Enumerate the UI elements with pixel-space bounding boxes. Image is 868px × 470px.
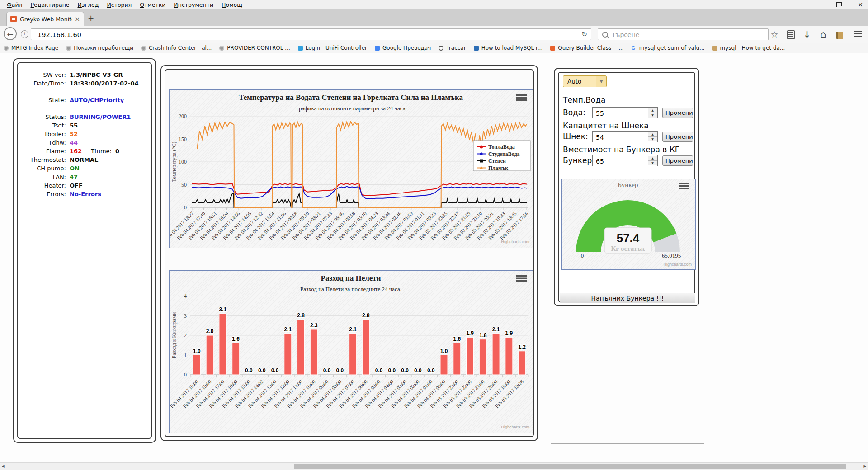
menu-item[interactable]: Инструменти [170, 1, 217, 9]
tab-greyko-web-monitor[interactable]: Greyko Web Monitor × [6, 12, 84, 26]
bar [310, 329, 317, 375]
square-icon [550, 46, 555, 51]
controls-panel: Auto ▼ Темп.ВодаВода:▲▼ПромениКапацитет … [554, 68, 699, 306]
url-bar[interactable]: ↻ [31, 28, 591, 40]
bookmark-star-icon[interactable]: ☆ [769, 29, 779, 39]
water-change-button[interactable]: Промени [662, 108, 693, 118]
hopper-change-button[interactable]: Промени [662, 155, 693, 166]
svg-text:Highcharts.com: Highcharts.com [663, 262, 692, 267]
bookmark-item[interactable]: Login - UniFi Controller [298, 45, 367, 51]
svg-text:0: 0 [184, 371, 187, 378]
status-label: Tset: [18, 121, 66, 130]
svg-text:0.0: 0.0 [323, 367, 331, 374]
pellet-consumption-chart: 012341.0Feb 04 2017 19:002.0Feb 04 2017 … [170, 271, 532, 432]
water-input[interactable] [595, 108, 650, 118]
temperature-chart: 050100150200Feb 04 2017 18:27Feb 04 2017… [170, 90, 532, 247]
status-row: Flame:162Tfume:0 [18, 147, 151, 155]
scroll-right-arrow[interactable]: ▸ [863, 463, 866, 469]
bookmark-item[interactable]: PROVIDER CONTROL ... [219, 45, 290, 51]
temperature-chart-box: 050100150200Feb 04 2017 18:27Feb 04 2017… [169, 89, 533, 248]
svg-text:150: 150 [179, 136, 187, 142]
bookmarks-toolbar: MRTG Index PageПокажи неработещиCrash In… [0, 43, 868, 53]
svg-text:0.0: 0.0 [336, 367, 344, 374]
home-icon[interactable]: ⌂ [818, 29, 828, 39]
svg-text:3.1: 3.1 [219, 306, 227, 313]
back-button[interactable]: ← [4, 27, 17, 40]
svg-text:0.0: 0.0 [388, 367, 396, 374]
auger-input[interactable] [595, 132, 650, 142]
bookmark-item[interactable]: Crash Info Center - al... [141, 45, 212, 51]
status-row: CH pump:ON [18, 164, 151, 173]
tab-close-icon[interactable]: × [75, 15, 80, 23]
bookmark-item[interactable]: MRTG Index Page [4, 45, 58, 51]
globe-icon [141, 46, 146, 51]
svg-text:2.0: 2.0 [206, 328, 214, 334]
hopper-input[interactable] [595, 156, 650, 166]
square-icon [474, 46, 479, 51]
bookmark-item[interactable]: Google Преводач [375, 45, 431, 51]
globe-icon [4, 46, 9, 51]
chart-context-menu-icon[interactable] [516, 275, 527, 282]
bookmark-item[interactable]: Gmysql get sum of valu... [632, 45, 705, 51]
mode-select[interactable]: Auto ▼ [563, 75, 607, 87]
pocket-clipboard-icon[interactable] [786, 29, 796, 39]
downloads-icon[interactable]: ↓ [802, 29, 812, 39]
water-spinner[interactable]: ▲▼ [648, 108, 657, 118]
url-input[interactable] [37, 29, 572, 40]
circle-icon [439, 46, 443, 51]
menu-items: ФайлРедактиранеИзгледИсторияОтметкиИнстр… [3, 1, 246, 9]
site-info-icon[interactable]: i [21, 30, 28, 38]
menu-hamburger-icon[interactable] [853, 29, 863, 39]
menu-item[interactable]: Отметки [136, 1, 170, 9]
horizontal-scrollbar[interactable]: ◂ ▸ [0, 462, 868, 470]
status-panel: SW ver:1.3/NPBC-V3-GRDate/Time:18:33:00/… [13, 58, 156, 443]
bookmark-label: mysql - How to get da... [720, 45, 785, 51]
restore-button[interactable] [835, 1, 843, 8]
reload-icon[interactable]: ↻ [581, 30, 587, 38]
svg-text:Пламък: Пламък [488, 165, 508, 171]
svg-text:СтуденаВода: СтуденаВода [488, 151, 520, 157]
refill-button[interactable]: Напълних Бункера !!! [560, 293, 695, 303]
menu-item[interactable]: Изглед [74, 1, 103, 9]
hopper-section-header: Вместимост на Бункера в КГ [563, 145, 679, 154]
bar [440, 355, 448, 375]
svg-text:0.0: 0.0 [375, 367, 383, 374]
svg-text:65.0195: 65.0195 [662, 252, 681, 259]
square-icon [298, 46, 303, 51]
bar [284, 334, 292, 375]
chart-context-menu-icon[interactable] [679, 183, 689, 189]
close-button[interactable]: × [856, 1, 864, 8]
bookmark-label: Query Builder Class —... [558, 45, 623, 51]
menu-bar: ФайлРедактиранеИзгледИсторияОтметкиИнстр… [0, 0, 868, 9]
bookmark-item[interactable]: Query Builder Class —... [550, 45, 623, 51]
bookmark-item[interactable]: Покажи неработещи [66, 45, 133, 51]
scrollbar-thumb[interactable] [294, 464, 846, 469]
search-input[interactable] [611, 30, 762, 40]
status-extra-label: Tfume: [91, 148, 112, 155]
auger-spinner[interactable]: ▲▼ [648, 132, 657, 141]
menu-item[interactable]: Редактиране [27, 1, 74, 9]
status-label: Errors: [18, 190, 66, 198]
bookmark-item[interactable]: Traccar [439, 45, 466, 51]
status-row: Tdhw:44 [18, 138, 151, 147]
bookmark-item[interactable]: mysql - How to get da... [712, 45, 785, 51]
menu-item[interactable]: Помощ [217, 1, 246, 9]
search-bar[interactable] [598, 28, 769, 40]
firefox-window: ФайлРедактиранеИзгледИсторияОтметкиИнстр… [0, 0, 868, 470]
menu-item[interactable]: История [103, 1, 136, 9]
new-tab-button[interactable]: + [88, 14, 94, 23]
window-controls: – × [813, 1, 864, 8]
auger-change-button[interactable]: Промени [662, 132, 693, 142]
scroll-left-arrow[interactable]: ◂ [2, 463, 5, 469]
status-value: 55 [70, 122, 78, 129]
status-label: Thermostat: [18, 155, 66, 164]
hopper-spinner[interactable]: ▲▼ [648, 156, 657, 165]
chart-context-menu-icon[interactable] [516, 94, 527, 101]
menu-item[interactable]: Файл [3, 1, 27, 9]
library-icon[interactable] [835, 29, 844, 39]
hopper-input-box: ▲▼ [592, 155, 658, 166]
bookmark-item[interactable]: How to load MySQL r... [474, 45, 543, 51]
svg-text:2.8: 2.8 [362, 312, 370, 319]
minimize-button[interactable]: – [813, 1, 821, 8]
svg-text:1.8: 1.8 [479, 332, 487, 338]
